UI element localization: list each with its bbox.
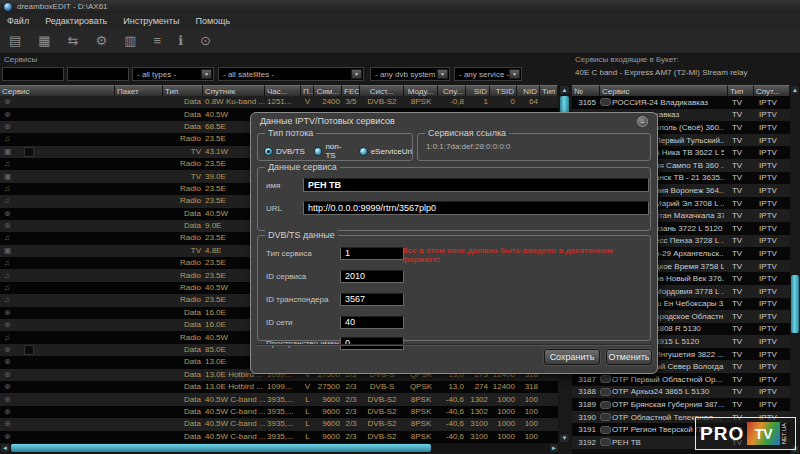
chevron-down-icon[interactable]: ▼ — [351, 69, 362, 79]
save-icon[interactable]: ▦ — [38, 34, 50, 47]
chevron-down-icon[interactable]: ▼ — [437, 69, 448, 79]
column-header[interactable]: Час... — [265, 85, 301, 96]
cell-type: TV — [724, 224, 750, 233]
field-row: ID сервиса — [266, 269, 404, 283]
about-icon[interactable]: ⊙ — [200, 34, 211, 47]
cell-type: TV — [724, 387, 750, 396]
service-url-input[interactable] — [303, 201, 649, 215]
service-dropdown[interactable]: - any service - ▼ — [454, 67, 522, 81]
cell-type: Data — [163, 121, 203, 133]
scroll-up-icon[interactable]: ▲ — [790, 85, 800, 95]
scroll-down-icon[interactable]: ▼ — [559, 433, 570, 443]
table-row[interactable]: ⊕Data13.0E Hotbird ...1099...V275002/3DV… — [0, 381, 558, 393]
left-table-hscrollbar[interactable]: ◄ ► — [0, 443, 559, 453]
scroll-left-icon[interactable]: ◄ — [0, 443, 10, 453]
cell-sys: DVB-S2 — [360, 431, 404, 443]
column-header[interactable]: Сервис — [0, 85, 115, 96]
transfer-icon[interactable]: ⇆ — [68, 34, 79, 47]
radio-button-icon[interactable] — [314, 147, 322, 156]
field-input[interactable] — [340, 293, 404, 306]
column-header[interactable]: FEC — [342, 85, 360, 96]
column-header[interactable]: Сим... — [314, 85, 342, 96]
service-name-input[interactable] — [303, 178, 649, 192]
cell-tsid: 0 — [490, 96, 517, 108]
cell-type: TV — [724, 186, 750, 195]
list-icon[interactable]: ≡ — [153, 34, 161, 47]
radio-button-icon[interactable] — [264, 147, 273, 156]
scroll-thumb[interactable] — [791, 275, 799, 333]
menu-file[interactable]: Файл — [7, 16, 29, 26]
satellites-dropdown[interactable]: - all satellites - ▼ — [218, 67, 364, 81]
column-header[interactable]: Моду... — [404, 85, 438, 96]
field-input[interactable] — [340, 337, 404, 350]
table-row[interactable]: ⊕Data40.5W C-band ...3935,...L96002/3DVB… — [0, 431, 558, 443]
table-row[interactable]: ⊕Data40.5W C-band ...3935,...L96002/3DVB… — [0, 393, 558, 405]
column-header[interactable]: Тип — [540, 85, 558, 96]
info-icon[interactable]: ℹ — [178, 34, 183, 47]
column-header[interactable]: Сервис — [600, 85, 728, 96]
chevron-down-icon[interactable]: ▼ — [509, 69, 520, 79]
field-input[interactable] — [340, 270, 404, 283]
dialog-rollup-icon[interactable]: – — [637, 116, 648, 127]
cell-nid: 100 — [517, 394, 540, 406]
settings-gear-icon[interactable]: ⚙ — [96, 34, 108, 47]
table-row[interactable]: 3187ОТР Первый Областной Ор...TVIPTV — [572, 373, 790, 386]
dvb-system-dropdown[interactable]: - any dvb system - ▼ — [370, 67, 450, 81]
column-header[interactable]: № — [572, 85, 600, 96]
cell-nid: 100 — [517, 418, 540, 430]
menu-edit[interactable]: Редактировать — [45, 16, 107, 26]
cell-number: 3165 — [572, 98, 598, 107]
cancel-button[interactable]: Отменить — [606, 349, 652, 365]
column-header[interactable]: П... — [301, 85, 314, 96]
table-row[interactable]: ⊕Data0.8W Ku-band ...1251...V24003/5DVB-… — [0, 96, 558, 108]
radio-icon: ♫ — [4, 133, 15, 145]
cell-freq: 1099... — [265, 381, 301, 393]
data-icon: ⊕ — [4, 406, 15, 418]
column-header[interactable]: Сист... — [360, 85, 404, 96]
column-header[interactable]: Тип — [163, 85, 203, 96]
copy-icon[interactable]: ▥ — [124, 34, 136, 47]
column-header[interactable]: NID — [517, 85, 540, 96]
radio-option-dvb-ts[interactable]: DVB/TS — [264, 147, 305, 156]
radio-option-non-ts[interactable]: non-TS — [314, 142, 350, 160]
radio-button-icon[interactable] — [359, 147, 368, 156]
stream-type-group: Тип потока DVB/TSnon-TSeServiceUri — [257, 133, 413, 161]
chevron-down-icon[interactable]: ▼ — [201, 69, 212, 79]
column-header[interactable]: TSID — [490, 85, 517, 96]
menu-tools[interactable]: Инструменты — [123, 16, 179, 26]
column-header[interactable]: Пакет — [115, 85, 163, 96]
table-row[interactable]: ⊕Data40.5W C-band ...3935,...L96002/3DVB… — [0, 418, 558, 430]
table-row[interactable]: 3189ОТР Брянская Губерния 387...TVIPTV — [572, 398, 790, 411]
name-field-label: имя — [266, 181, 303, 190]
menu-help[interactable]: Помощь — [195, 16, 230, 26]
table-row[interactable]: 3165РОССИЯ-24 ВладикавказTVIPTV — [572, 96, 790, 109]
right-table-vscrollbar[interactable]: ▲ ▼ — [790, 85, 800, 454]
column-header[interactable]: Тип — [728, 85, 754, 96]
types-dropdown[interactable]: - all types - ▼ — [132, 67, 214, 81]
cell-type: TV — [163, 146, 203, 158]
menu-bar: Файл Редактировать Инструменты Помощь — [0, 13, 800, 28]
field-input[interactable] — [340, 247, 404, 260]
filter-input-1[interactable] — [2, 67, 64, 81]
column-header[interactable]: Спут... — [754, 85, 790, 96]
open-icon[interactable]: ▤ — [9, 34, 21, 47]
cell-service: ⊕ — [0, 381, 115, 393]
cell-sat: 0.8W Ku-band ... — [203, 96, 265, 108]
cell-pos: -40,6 — [438, 394, 466, 406]
scroll-thumb[interactable] — [11, 444, 431, 452]
cell-type: TV — [724, 274, 750, 283]
radio-option-eserviceuri[interactable]: eServiceUri — [359, 147, 412, 156]
scroll-right-icon[interactable]: ► — [549, 443, 559, 453]
filter-input-2[interactable] — [67, 67, 129, 81]
column-header[interactable]: Спутник — [203, 85, 265, 96]
cell-type: TV — [724, 110, 750, 119]
table-row[interactable]: 3188ОТР Архыз24 3865 L 5130TVIPTV — [572, 386, 790, 399]
save-button[interactable]: Сохранить — [544, 349, 600, 365]
scroll-up-icon[interactable]: ▲ — [559, 85, 570, 95]
column-header[interactable]: SID — [466, 85, 490, 96]
service-badge-icon — [600, 401, 611, 409]
cell-pol: L — [301, 406, 314, 418]
column-header[interactable]: Спу... — [438, 85, 466, 96]
table-row[interactable]: ⊕Data40.5W C-band ...3935,...L96002/3DVB… — [0, 406, 558, 418]
field-input[interactable] — [340, 316, 404, 329]
